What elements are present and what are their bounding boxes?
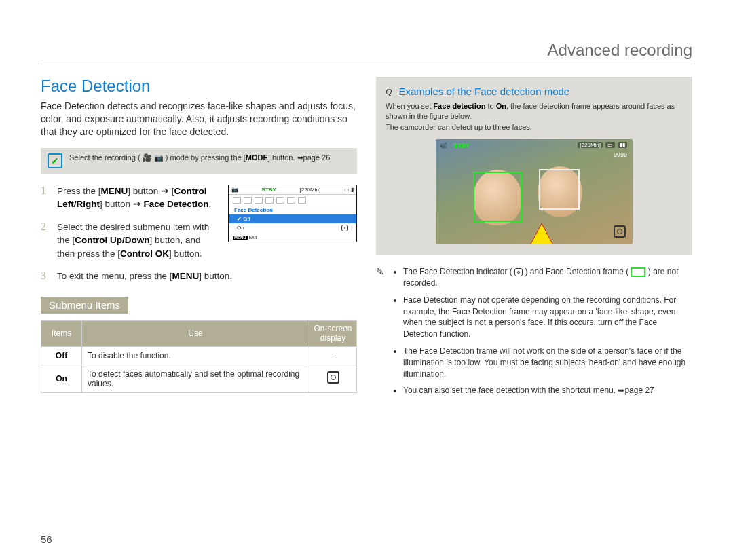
th-osd: On-screen display	[309, 321, 357, 347]
step-number: 2	[41, 221, 50, 261]
face-detect-icon	[327, 371, 339, 384]
step-text: To exit the menu, press the [MENU] butto…	[57, 269, 232, 283]
examples-box: Examples of the Face detection mode When…	[376, 77, 692, 255]
note-item: Face Detection may not operate depending…	[403, 295, 692, 340]
battery-icon: ▭ ▮	[344, 187, 354, 193]
step-number: 3	[41, 269, 50, 283]
step-1: 1 Press the [MENU] button ➔ [Control Lef…	[41, 185, 220, 211]
stby-label: STBY	[262, 187, 276, 193]
green-frame-icon	[631, 267, 645, 277]
face-frame-secondary	[539, 169, 580, 210]
stby-label: STBY	[453, 142, 470, 149]
th-items: Items	[41, 321, 82, 347]
right-column: Examples of the Face detection mode When…	[376, 77, 692, 402]
note-item: The Face Detection frame will not work o…	[403, 346, 692, 379]
menu-tabs	[229, 195, 356, 206]
counter: 9999	[614, 151, 627, 158]
time-remaining: [220Min]	[578, 142, 603, 148]
submenu-table: Items Use On-screen display Off To disab…	[41, 320, 357, 393]
face-detect-icon	[614, 225, 626, 238]
face-detect-icon	[341, 225, 348, 231]
check-icon	[48, 153, 62, 168]
mode-note-text: Select the recording ( 🎥 📷 ) mode by pre…	[69, 153, 330, 162]
step-text: Select the desired submenu item with the…	[57, 221, 220, 261]
menu-exit: MENU Exit	[229, 233, 356, 242]
pointer-arrow-icon	[529, 223, 554, 244]
example-screenshot: STBY 📹 [220Min] ▭ ▮▮ 9999	[436, 139, 633, 244]
pencil-icon	[376, 266, 384, 402]
table-row: Off To disable the function. -	[41, 346, 357, 365]
battery-icon: ▮▮	[618, 142, 627, 148]
page-number: 56	[41, 534, 52, 545]
menu-label: Face Detection	[229, 206, 356, 214]
notes-box: The Face Detection indicator ( ) and Fac…	[376, 266, 692, 402]
examples-title: Examples of the Face detection mode	[398, 86, 569, 97]
submenu-header: Submenu Items	[41, 297, 128, 314]
time-remaining: [220Min]	[300, 187, 321, 193]
menu-row-off: ✔ Off	[229, 214, 356, 223]
table-row: On To detect faces automatically and set…	[41, 365, 357, 392]
chapter-title: Advanced recording	[41, 41, 692, 64]
mode-note: Select the recording ( 🎥 📷 ) mode by pre…	[41, 148, 357, 174]
magnifier-icon	[386, 85, 392, 97]
examples-body: When you set Face detection to On, the f…	[386, 101, 683, 132]
step-number: 1	[41, 185, 50, 211]
camera-icon: 📷	[154, 153, 164, 162]
menu-row-on: On	[229, 223, 356, 233]
step-2: 2 Select the desired submenu item with t…	[41, 221, 220, 261]
left-column: Face Detection Face Detection detects an…	[41, 77, 357, 402]
section-title: Face Detection	[41, 77, 357, 96]
th-use: Use	[82, 321, 309, 347]
card-icon: ▭	[605, 142, 615, 148]
intro-text: Face Detection detects and recognizes fa…	[41, 100, 357, 138]
step-3: 3 To exit the menu, press the [MENU] but…	[41, 269, 357, 283]
movie-icon: 🎥	[143, 153, 152, 162]
step-text: Press the [MENU] button ➔ [Control Left/…	[57, 185, 220, 211]
note-item: You can also set the face detection with…	[403, 385, 692, 396]
rec-icon: 📹	[440, 142, 447, 149]
face-frame-primary	[473, 172, 522, 222]
note-item: The Face Detection indicator ( ) and Fac…	[403, 266, 692, 289]
face-detect-icon	[514, 268, 523, 276]
menu-screenshot: 📷 STBY [220Min] ▭ ▮ Face Detection ✔ Off…	[228, 185, 357, 242]
